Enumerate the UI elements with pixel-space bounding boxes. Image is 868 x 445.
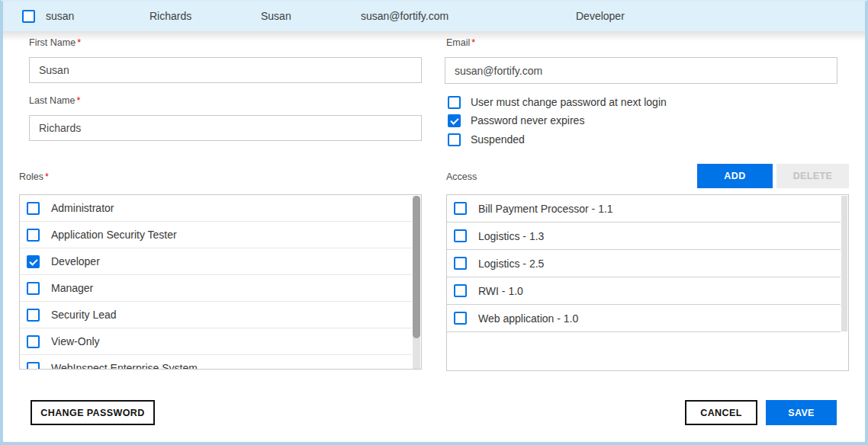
role-row-security-lead[interactable]: Security Lead: [20, 302, 412, 328]
first-name-label: First Name*: [29, 37, 81, 48]
must-change-password-checkbox[interactable]: [448, 96, 461, 109]
option-row-suspended[interactable]: Suspended: [448, 132, 525, 147]
row-cell-role: Developer: [576, 2, 625, 31]
roles-list: Administrator Application Security Teste…: [19, 194, 422, 370]
access-item-label: Web application - 1.0: [478, 312, 578, 325]
roles-scrollbar-thumb[interactable]: [413, 196, 420, 338]
access-row-bill-payment-processor[interactable]: Bill Payment Processor - 1.1: [447, 195, 841, 222]
access-checkbox[interactable]: [454, 312, 467, 325]
roles-scrollbar[interactable]: [413, 196, 420, 370]
access-item-label: Logistics - 1.3: [478, 230, 544, 242]
suspended-checkbox[interactable]: [448, 133, 461, 146]
access-list: Bill Payment Processor - 1.1 Logistics -…: [446, 194, 849, 371]
row-cell-username: susan: [46, 2, 74, 31]
email-input[interactable]: [445, 57, 837, 84]
role-checkbox[interactable]: [27, 362, 40, 370]
role-row-administrator[interactable]: Administrator: [20, 195, 412, 222]
last-name-label: Last Name*: [29, 95, 80, 106]
option-label: Password never expires: [471, 114, 584, 126]
role-label: Security Lead: [51, 309, 117, 321]
option-row-password-never-expires[interactable]: Password never expires: [448, 113, 584, 128]
delete-button[interactable]: DELETE: [776, 164, 849, 188]
add-button[interactable]: ADD: [697, 164, 773, 188]
access-row-logistics-2-5[interactable]: Logistics - 2.5: [447, 250, 841, 277]
role-row-manager[interactable]: Manager: [20, 275, 412, 302]
option-label: Suspended: [471, 133, 525, 146]
role-row-developer[interactable]: Developer: [20, 248, 412, 275]
role-checkbox[interactable]: [27, 255, 40, 268]
role-row-view-only[interactable]: View-Only: [20, 328, 412, 355]
role-checkbox[interactable]: [27, 309, 40, 322]
last-name-input[interactable]: [29, 115, 422, 141]
row-cell-first-name: Susan: [261, 2, 291, 31]
required-asterisk: *: [471, 37, 475, 48]
role-row-webinspect-enterprise-system[interactable]: WebInspect Enterprise System: [20, 355, 412, 370]
role-label: WebInspect Enterprise System: [51, 362, 198, 370]
access-scrollbar[interactable]: [841, 196, 847, 331]
user-edit-panel: susan Richards Susan susan@fortify.com D…: [0, 0, 868, 445]
save-button[interactable]: SAVE: [766, 400, 837, 425]
access-row-logistics-1-3[interactable]: Logistics - 1.3: [447, 222, 841, 250]
access-checkbox[interactable]: [454, 229, 467, 242]
role-label: Manager: [51, 282, 93, 294]
option-label: User must change password at next login: [471, 96, 667, 108]
email-label: Email*: [446, 37, 475, 48]
role-row-application-security-tester[interactable]: Application Security Tester: [20, 222, 412, 248]
row-cell-last-name: Richards: [149, 2, 191, 31]
required-asterisk: *: [76, 95, 80, 106]
role-checkbox[interactable]: [27, 282, 40, 295]
access-checkbox[interactable]: [454, 257, 467, 270]
access-row-web-application-1-0[interactable]: Web application - 1.0: [447, 305, 841, 332]
required-asterisk: *: [77, 37, 81, 48]
role-checkbox[interactable]: [27, 202, 40, 215]
role-checkbox[interactable]: [27, 229, 40, 242]
row-cell-email: susan@fortify.com: [361, 2, 448, 31]
row-shadow: [3, 31, 865, 41]
access-item-label: Bill Payment Processor - 1.1: [478, 203, 613, 215]
access-item-label: RWI - 1.0: [478, 285, 523, 297]
role-label: View-Only: [51, 335, 100, 347]
role-checkbox[interactable]: [27, 335, 40, 348]
password-never-expires-checkbox[interactable]: [448, 114, 461, 127]
role-label: Developer: [51, 255, 100, 267]
roles-label: Roles*: [19, 171, 49, 182]
access-item-label: Logistics - 2.5: [478, 258, 544, 270]
first-name-input[interactable]: [29, 57, 422, 83]
access-checkbox[interactable]: [454, 284, 467, 297]
row-select-checkbox[interactable]: [22, 10, 35, 23]
role-label: Administrator: [51, 202, 114, 214]
access-row-rwi-1-0[interactable]: RWI - 1.0: [447, 277, 841, 305]
cancel-button[interactable]: CANCEL: [685, 400, 757, 425]
change-password-button[interactable]: CHANGE PASSWORD: [31, 400, 155, 425]
access-label: Access: [446, 171, 477, 182]
user-table-selected-row[interactable]: susan Richards Susan susan@fortify.com D…: [3, 2, 865, 31]
option-row-must-change-password[interactable]: User must change password at next login: [448, 94, 667, 110]
access-checkbox[interactable]: [454, 202, 467, 215]
required-asterisk: *: [45, 171, 49, 182]
role-label: Application Security Tester: [51, 229, 177, 241]
